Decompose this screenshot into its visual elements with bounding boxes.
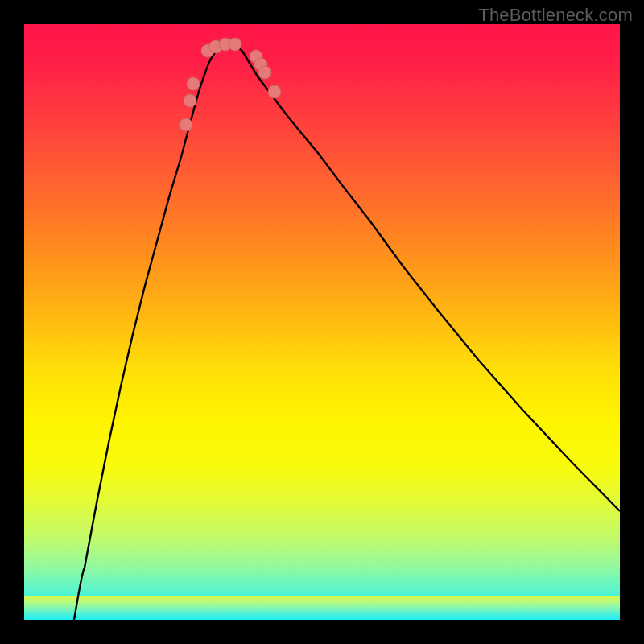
svg-point-0 (180, 118, 192, 131)
trough-markers (180, 38, 281, 131)
svg-point-1 (184, 94, 196, 107)
svg-point-6 (229, 38, 242, 51)
curve-layer (24, 24, 620, 620)
svg-point-2 (187, 77, 200, 90)
svg-point-9 (258, 66, 271, 79)
bottleneck-curve (74, 45, 620, 621)
chart-stage: TheBottleneck.com (0, 0, 644, 644)
watermark-label: TheBottleneck.com (478, 5, 633, 26)
svg-point-10 (268, 85, 281, 98)
plot-area (24, 24, 620, 620)
